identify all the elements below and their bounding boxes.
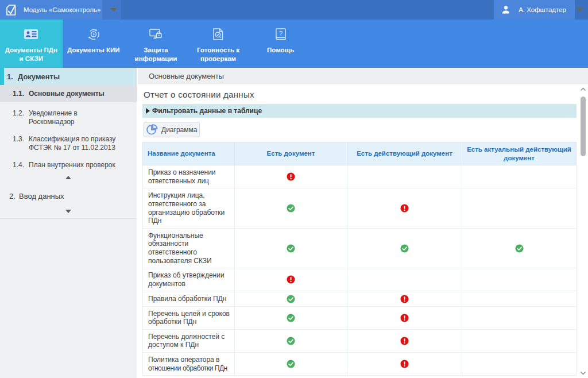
svg-text:?: ? bbox=[279, 29, 283, 36]
